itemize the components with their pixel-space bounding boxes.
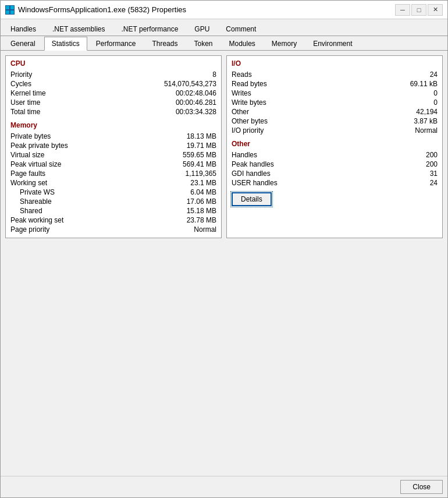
details-button[interactable]: Details: [232, 192, 272, 206]
mem-shared-row: Shared 15.18 MB: [10, 206, 216, 216]
close-button[interactable]: Close: [400, 480, 443, 494]
window-close-button[interactable]: ✕: [428, 4, 443, 16]
cpu-user-row: User time 00:00:46.281: [10, 98, 216, 107]
app-icon: [5, 5, 15, 15]
title-buttons: ─ □ ✕: [395, 4, 443, 16]
mem-virtual-row: Virtual size 559.65 MB: [10, 150, 216, 160]
io-reads-row: Reads 24: [232, 70, 438, 79]
content-area: CPU Priority 8 Cycles 514,070,543,273 Ke…: [1, 51, 447, 476]
tab-handles[interactable]: Handles: [3, 22, 44, 36]
tab-net-performance[interactable]: .NET performance: [114, 22, 186, 36]
mem-page-faults-row: Page faults 1,119,365: [10, 169, 216, 178]
left-panel: CPU Priority 8 Cycles 514,070,543,273 Ke…: [5, 55, 222, 238]
title-bar-left: WindowsFormsApplication1.exe (5832) Prop…: [5, 5, 186, 15]
svg-rect-3: [10, 10, 14, 14]
tab-net-assemblies[interactable]: .NET assemblies: [45, 22, 112, 36]
tab-general[interactable]: General: [3, 37, 43, 51]
bottom-bar: Close: [1, 476, 447, 497]
svg-rect-2: [6, 10, 9, 14]
tab-comment[interactable]: Comment: [218, 22, 264, 36]
tab-environment[interactable]: Environment: [305, 37, 360, 51]
mem-page-priority-row: Page priority Normal: [10, 225, 216, 234]
panels-row: CPU Priority 8 Cycles 514,070,543,273 Ke…: [5, 55, 443, 238]
main-window: WindowsFormsApplication1.exe (5832) Prop…: [0, 0, 448, 498]
mem-peak-working-row: Peak working set 23.78 MB: [10, 216, 216, 225]
other-gdi-row: GDI handles 31: [232, 169, 438, 178]
other-user-row: USER handles 24: [232, 178, 438, 188]
svg-rect-1: [10, 6, 14, 9]
svg-rect-0: [6, 6, 9, 9]
tab-threads[interactable]: Threads: [144, 37, 185, 51]
title-bar: WindowsFormsApplication1.exe (5832) Prop…: [1, 1, 447, 19]
mem-working-set-row: Working set 23.1 MB: [10, 178, 216, 188]
io-read-bytes-row: Read bytes 69.11 kB: [232, 79, 438, 89]
cpu-priority-row: Priority 8: [10, 70, 216, 79]
io-title: I/O: [232, 59, 438, 68]
tab-token[interactable]: Token: [186, 37, 220, 51]
tab-row-1: Handles .NET assemblies .NET performance…: [1, 19, 447, 36]
io-writes-row: Writes 0: [232, 89, 438, 98]
io-priority-row: I/O priority Normal: [232, 126, 438, 135]
io-write-bytes-row: Write bytes 0: [232, 98, 438, 107]
cpu-total-row: Total time 00:03:34.328: [10, 107, 216, 116]
memory-title: Memory: [10, 121, 216, 129]
tab-gpu[interactable]: GPU: [187, 22, 217, 36]
mem-peak-virtual-row: Peak virtual size 569.41 MB: [10, 160, 216, 169]
mem-peak-private-row: Peak private bytes 19.71 MB: [10, 141, 216, 150]
window-title: WindowsFormsApplication1.exe (5832) Prop…: [18, 5, 186, 14]
io-other-row: Other 42,194: [232, 107, 438, 116]
tab-memory[interactable]: Memory: [264, 37, 304, 51]
other-peak-handles-row: Peak handles 200: [232, 160, 438, 169]
cpu-title: CPU: [10, 59, 216, 68]
cpu-kernel-row: Kernel time 00:02:48.046: [10, 89, 216, 98]
right-panel: I/O Reads 24 Read bytes 69.11 kB Writes …: [226, 55, 443, 238]
mem-shareable-row: Shareable 17.06 MB: [10, 197, 216, 206]
maximize-button[interactable]: □: [411, 4, 426, 16]
other-handles-row: Handles 200: [232, 150, 438, 160]
tab-modules[interactable]: Modules: [221, 37, 262, 51]
mem-private-ws-row: Private WS 6.04 MB: [10, 188, 216, 197]
minimize-button[interactable]: ─: [395, 4, 410, 16]
cpu-cycles-row: Cycles 514,070,543,273: [10, 79, 216, 89]
other-title: Other: [232, 140, 438, 148]
tab-statistics[interactable]: Statistics: [44, 37, 87, 51]
io-other-bytes-row: Other bytes 3.87 kB: [232, 116, 438, 126]
mem-private-row: Private bytes 18.13 MB: [10, 132, 216, 141]
tab-performance[interactable]: Performance: [88, 37, 144, 51]
tab-row-2: General Statistics Performance Threads T…: [1, 36, 447, 51]
